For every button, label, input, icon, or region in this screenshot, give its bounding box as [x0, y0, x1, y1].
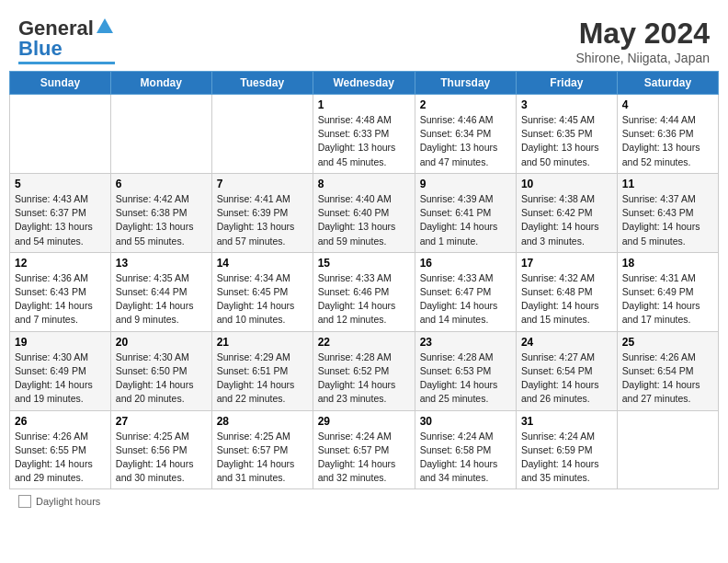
calendar-week-2: 5Sunrise: 4:43 AM Sunset: 6:37 PM Daylig… [10, 173, 719, 252]
day-number: 10 [521, 178, 612, 190]
day-info: Sunrise: 4:45 AM Sunset: 6:35 PM Dayligh… [521, 113, 612, 169]
calendar-cell: 29Sunrise: 4:24 AM Sunset: 6:57 PM Dayli… [313, 410, 415, 489]
calendar-cell: 15Sunrise: 4:33 AM Sunset: 6:46 PM Dayli… [313, 252, 415, 331]
day-number: 18 [622, 257, 713, 270]
calendar-week-1: 1Sunrise: 4:48 AM Sunset: 6:33 PM Daylig… [10, 95, 719, 174]
calendar-header-monday: Monday [110, 72, 211, 95]
location: Shirone, Niigata, Japan [575, 51, 710, 65]
day-number: 13 [116, 257, 207, 270]
day-info: Sunrise: 4:25 AM Sunset: 6:56 PM Dayligh… [116, 430, 207, 486]
day-number: 15 [318, 257, 410, 270]
day-info: Sunrise: 4:25 AM Sunset: 6:57 PM Dayligh… [217, 430, 308, 486]
calendar-header-row: SundayMondayTuesdayWednesdayThursdayFrid… [10, 72, 719, 95]
day-number: 4 [622, 98, 713, 111]
day-info: Sunrise: 4:28 AM Sunset: 6:52 PM Dayligh… [318, 350, 410, 407]
calendar-cell: 6Sunrise: 4:42 AM Sunset: 6:38 PM Daylig… [110, 173, 211, 252]
day-number: 17 [521, 257, 612, 270]
calendar-cell: 9Sunrise: 4:39 AM Sunset: 6:41 PM Daylig… [415, 173, 516, 252]
calendar-cell [617, 410, 718, 489]
day-info: Sunrise: 4:24 AM Sunset: 6:57 PM Dayligh… [318, 430, 410, 486]
title-section: May 2024 Shirone, Niigata, Japan [575, 17, 710, 65]
calendar-table: SundayMondayTuesdayWednesdayThursdayFrid… [9, 71, 719, 489]
calendar-cell: 4Sunrise: 4:44 AM Sunset: 6:36 PM Daylig… [617, 95, 718, 174]
day-info: Sunrise: 4:37 AM Sunset: 6:43 PM Dayligh… [622, 192, 713, 248]
day-number: 14 [217, 257, 308, 270]
calendar-cell: 3Sunrise: 4:45 AM Sunset: 6:35 PM Daylig… [516, 95, 617, 174]
day-number: 12 [15, 257, 106, 270]
day-info: Sunrise: 4:29 AM Sunset: 6:51 PM Dayligh… [217, 350, 308, 407]
calendar-week-4: 19Sunrise: 4:30 AM Sunset: 6:49 PM Dayli… [10, 331, 719, 410]
calendar-cell: 30Sunrise: 4:24 AM Sunset: 6:58 PM Dayli… [415, 410, 516, 489]
calendar-cell: 16Sunrise: 4:33 AM Sunset: 6:47 PM Dayli… [415, 252, 516, 331]
calendar-cell: 28Sunrise: 4:25 AM Sunset: 6:57 PM Dayli… [211, 410, 313, 489]
calendar-cell: 2Sunrise: 4:46 AM Sunset: 6:34 PM Daylig… [415, 95, 516, 174]
day-number: 27 [116, 415, 207, 428]
day-info: Sunrise: 4:33 AM Sunset: 6:46 PM Dayligh… [318, 271, 410, 327]
day-number: 16 [420, 257, 511, 270]
day-number: 26 [15, 415, 106, 428]
day-number: 29 [318, 415, 410, 428]
day-number: 31 [521, 415, 612, 428]
day-info: Sunrise: 4:24 AM Sunset: 6:58 PM Dayligh… [420, 430, 511, 486]
daylight-label: Daylight hours [36, 496, 100, 507]
day-number: 2 [420, 98, 511, 111]
day-info: Sunrise: 4:30 AM Sunset: 6:49 PM Dayligh… [15, 350, 106, 407]
day-info: Sunrise: 4:42 AM Sunset: 6:38 PM Dayligh… [116, 192, 207, 248]
calendar-cell [10, 95, 111, 174]
day-number: 1 [318, 98, 410, 111]
logo: General Blue [18, 17, 115, 64]
calendar-cell: 7Sunrise: 4:41 AM Sunset: 6:39 PM Daylig… [211, 173, 313, 252]
day-number: 20 [116, 336, 207, 349]
svg-marker-0 [97, 18, 113, 33]
day-number: 5 [15, 178, 106, 190]
logo-icon [95, 17, 115, 37]
calendar-cell: 22Sunrise: 4:28 AM Sunset: 6:52 PM Dayli… [313, 331, 415, 410]
day-number: 11 [622, 178, 713, 190]
calendar-cell: 26Sunrise: 4:26 AM Sunset: 6:55 PM Dayli… [10, 410, 111, 489]
day-number: 3 [521, 98, 612, 111]
calendar-cell: 1Sunrise: 4:48 AM Sunset: 6:33 PM Daylig… [313, 95, 415, 174]
day-info: Sunrise: 4:39 AM Sunset: 6:41 PM Dayligh… [420, 192, 511, 248]
day-info: Sunrise: 4:34 AM Sunset: 6:45 PM Dayligh… [217, 271, 308, 327]
calendar-header-wednesday: Wednesday [313, 72, 415, 95]
day-info: Sunrise: 4:31 AM Sunset: 6:49 PM Dayligh… [622, 271, 713, 327]
day-number: 6 [116, 178, 207, 190]
day-info: Sunrise: 4:26 AM Sunset: 6:55 PM Dayligh… [15, 430, 106, 486]
day-number: 9 [420, 178, 511, 190]
calendar-cell: 5Sunrise: 4:43 AM Sunset: 6:37 PM Daylig… [10, 173, 111, 252]
calendar-header-thursday: Thursday [415, 72, 516, 95]
calendar-cell [110, 95, 211, 174]
day-number: 8 [318, 178, 410, 190]
day-info: Sunrise: 4:27 AM Sunset: 6:54 PM Dayligh… [521, 350, 612, 407]
day-info: Sunrise: 4:38 AM Sunset: 6:42 PM Dayligh… [521, 192, 612, 248]
day-info: Sunrise: 4:48 AM Sunset: 6:33 PM Dayligh… [318, 113, 410, 169]
day-info: Sunrise: 4:46 AM Sunset: 6:34 PM Dayligh… [420, 113, 511, 169]
calendar-cell: 24Sunrise: 4:27 AM Sunset: 6:54 PM Dayli… [516, 331, 617, 410]
day-info: Sunrise: 4:33 AM Sunset: 6:47 PM Dayligh… [420, 271, 511, 327]
day-number: 19 [15, 336, 106, 349]
calendar-header-sunday: Sunday [10, 72, 111, 95]
page-header: General Blue May 2024 Shirone, Niigata, … [9, 9, 719, 71]
calendar-cell: 31Sunrise: 4:24 AM Sunset: 6:59 PM Dayli… [516, 410, 617, 489]
calendar-cell: 10Sunrise: 4:38 AM Sunset: 6:42 PM Dayli… [516, 173, 617, 252]
day-info: Sunrise: 4:40 AM Sunset: 6:40 PM Dayligh… [318, 192, 410, 248]
calendar-footer: Daylight hours [9, 489, 719, 513]
calendar-cell: 18Sunrise: 4:31 AM Sunset: 6:49 PM Dayli… [617, 252, 718, 331]
calendar-cell: 27Sunrise: 4:25 AM Sunset: 6:56 PM Dayli… [110, 410, 211, 489]
day-number: 22 [318, 336, 410, 349]
day-number: 25 [622, 336, 713, 349]
calendar-cell: 25Sunrise: 4:26 AM Sunset: 6:54 PM Dayli… [617, 331, 718, 410]
daylight-box [18, 495, 31, 508]
day-info: Sunrise: 4:24 AM Sunset: 6:59 PM Dayligh… [521, 430, 612, 486]
month-title: May 2024 [575, 17, 710, 51]
day-info: Sunrise: 4:35 AM Sunset: 6:44 PM Dayligh… [116, 271, 207, 327]
calendar-cell: 17Sunrise: 4:32 AM Sunset: 6:48 PM Dayli… [516, 252, 617, 331]
calendar-cell: 8Sunrise: 4:40 AM Sunset: 6:40 PM Daylig… [313, 173, 415, 252]
calendar-cell: 19Sunrise: 4:30 AM Sunset: 6:49 PM Dayli… [10, 331, 111, 410]
day-info: Sunrise: 4:26 AM Sunset: 6:54 PM Dayligh… [622, 350, 713, 407]
calendar-cell [211, 95, 313, 174]
calendar-cell: 14Sunrise: 4:34 AM Sunset: 6:45 PM Dayli… [211, 252, 313, 331]
day-info: Sunrise: 4:43 AM Sunset: 6:37 PM Dayligh… [15, 192, 106, 248]
day-info: Sunrise: 4:41 AM Sunset: 6:39 PM Dayligh… [217, 192, 308, 248]
day-number: 23 [420, 336, 511, 349]
